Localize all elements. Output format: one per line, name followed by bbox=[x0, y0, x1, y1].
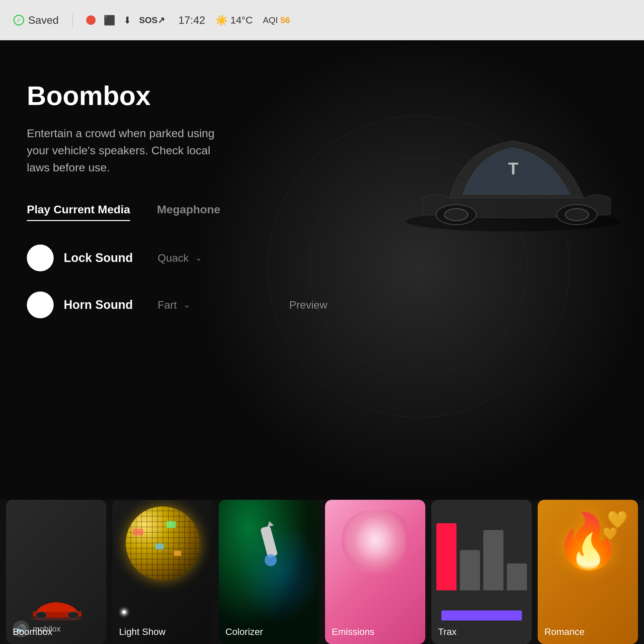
clock: 17:42 bbox=[178, 14, 205, 26]
app-tile-lightshow[interactable]: Light Show bbox=[112, 500, 213, 644]
app-tile-trax[interactable]: Trax bbox=[431, 500, 532, 644]
app-tile-boombox[interactable]: 🔊 mobilox Boombox bbox=[6, 500, 106, 644]
screen-icon: ⬛ bbox=[104, 15, 115, 26]
svg-text:T: T bbox=[508, 159, 519, 178]
eq-bar-1 bbox=[436, 523, 457, 590]
aqi-indicator: AQI 56 bbox=[263, 15, 290, 25]
svg-point-4 bbox=[444, 209, 468, 221]
heart-small-icon: 💛 bbox=[603, 527, 618, 541]
status-icons: ⬛ ⬇ SOS↗ bbox=[86, 15, 165, 26]
page-title: Boombox bbox=[27, 80, 327, 111]
lock-sound-row: Lock Sound Quack ⌄ bbox=[27, 245, 327, 271]
lock-sound-toggle[interactable] bbox=[27, 245, 54, 271]
weather: ☀️ 14°C bbox=[215, 14, 253, 26]
preview-button[interactable]: Preview bbox=[289, 299, 327, 311]
dropdown-arrow-icon: ⌄ bbox=[195, 253, 202, 263]
svg-rect-9 bbox=[260, 526, 277, 558]
eq-bar-4 bbox=[507, 564, 527, 590]
lock-sound-dropdown[interactable]: Quack ⌄ bbox=[148, 246, 212, 270]
sun-icon: ☀️ bbox=[215, 14, 228, 26]
disco-patch-4 bbox=[174, 551, 181, 556]
divider bbox=[72, 13, 73, 27]
disco-patch-1 bbox=[133, 529, 143, 535]
horn-sound-label: Horn Sound bbox=[64, 298, 138, 312]
main-content: Boombox Entertain a crowd when parked us… bbox=[0, 40, 354, 359]
saved-check-icon: ✓ bbox=[13, 15, 24, 25]
sparkle-icon bbox=[122, 610, 126, 614]
lightshow-tile-label: Light Show bbox=[119, 627, 166, 637]
status-bar: ✓ Saved ⬛ ⬇ SOS↗ 17:42 ☀️ 14°C AQI 56 bbox=[0, 0, 644, 40]
sos-icon: SOS↗ bbox=[139, 15, 165, 25]
trax-purple-bar bbox=[441, 610, 522, 621]
aqi-value: 56 bbox=[280, 15, 290, 25]
emissions-tile-label: Emissions bbox=[332, 627, 375, 637]
temperature: 14°C bbox=[230, 14, 253, 26]
eq-bar-2 bbox=[460, 550, 480, 590]
lock-sound-label: Lock Sound bbox=[64, 251, 138, 265]
eq-bar-3 bbox=[483, 530, 503, 590]
trax-equalizer bbox=[436, 510, 527, 590]
horn-sound-dropdown[interactable]: Fart ⌄ bbox=[148, 293, 200, 317]
saved-indicator: ✓ Saved bbox=[13, 14, 59, 26]
svg-point-5 bbox=[565, 209, 589, 221]
app-tile-emissions[interactable]: Emissions bbox=[325, 500, 425, 644]
romance-tile-label: Romance bbox=[544, 627, 585, 637]
app-tile-colorizer[interactable]: Colorizer bbox=[219, 500, 319, 644]
horn-dropdown-arrow-icon: ⌄ bbox=[183, 300, 190, 310]
svg-point-7 bbox=[36, 612, 47, 619]
boombox-tile-label: Boombox bbox=[13, 627, 52, 637]
app-grid: 🔊 mobilox Boombox Light Show bbox=[0, 500, 644, 644]
boombox-car-icon bbox=[30, 594, 83, 621]
lock-sound-value: Quack bbox=[158, 252, 189, 264]
saved-text: Saved bbox=[28, 14, 59, 26]
tab-megaphone[interactable]: Megaphone bbox=[157, 203, 220, 221]
aqi-label: AQI bbox=[263, 15, 278, 25]
tesla-ui: T Boombox Entertain a crowd when parked … bbox=[0, 40, 644, 644]
record-icon bbox=[86, 15, 96, 25]
svg-marker-11 bbox=[266, 521, 274, 527]
tab-play-current-media[interactable]: Play Current Media bbox=[27, 203, 130, 221]
app-tile-romance[interactable]: 🔥 💛 💛 Romance bbox=[538, 500, 638, 644]
tesla-car-image: T bbox=[396, 80, 631, 265]
page-description: Entertain a crowd when parked using your… bbox=[27, 125, 228, 176]
svg-point-10 bbox=[265, 554, 277, 566]
tabs-container: Play Current Media Megaphone bbox=[27, 203, 327, 221]
trax-tile-label: Trax bbox=[438, 627, 457, 637]
colorizer-tile-label: Colorizer bbox=[225, 627, 263, 637]
disco-patch-2 bbox=[155, 543, 164, 549]
horn-sound-row: Horn Sound Fart ⌄ Preview bbox=[27, 291, 327, 318]
eyedropper-icon bbox=[252, 520, 286, 575]
disco-ball bbox=[126, 506, 200, 580]
svg-point-8 bbox=[68, 612, 78, 619]
horn-sound-value: Fart bbox=[158, 299, 177, 311]
horn-sound-toggle[interactable] bbox=[27, 291, 54, 318]
disco-patch-3 bbox=[166, 521, 176, 528]
download-icon: ⬇ bbox=[123, 15, 131, 26]
